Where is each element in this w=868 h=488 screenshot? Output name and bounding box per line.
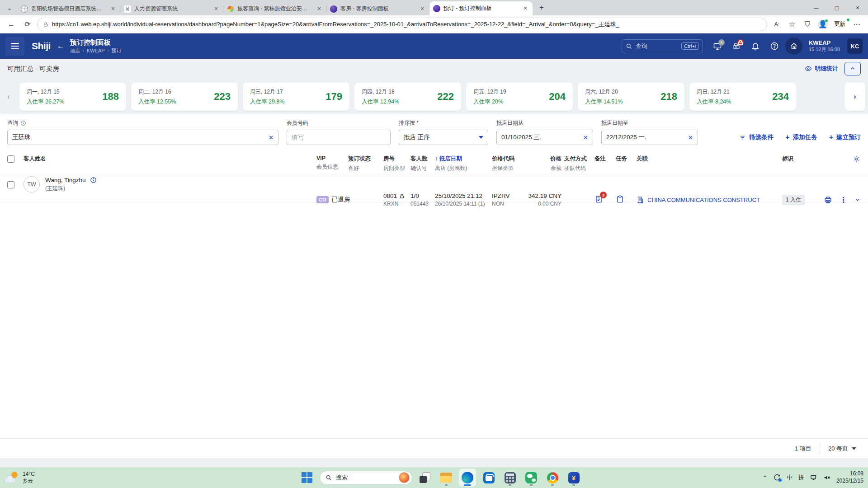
availability-card[interactable]: 周五, 12月 19入住率 20% 204	[466, 83, 573, 111]
company-link[interactable]: CHINA COMMUNICATIONS CONSTRUCT	[637, 196, 782, 204]
column-arrival-sort[interactable]: ↑ 抵店日期离店 (房晚数)	[435, 155, 492, 172]
notes-icon[interactable]: 3	[594, 195, 603, 203]
maximize-button[interactable]: ▢	[826, 0, 847, 15]
ime-language-indicator[interactable]: 中	[787, 474, 793, 482]
clear-arrival-from-icon[interactable]: ✕	[580, 134, 588, 141]
carousel-next-icon[interactable]: ›	[844, 83, 865, 111]
column-tags: 标识	[782, 155, 814, 172]
sync-icon[interactable]	[774, 474, 781, 481]
task-view-button[interactable]	[416, 469, 434, 487]
carousel-prev-icon[interactable]: ‹	[3, 93, 14, 101]
cashier-icon[interactable]	[728, 38, 745, 54]
breadcrumb-property[interactable]: KWEAP	[87, 48, 105, 54]
home-icon[interactable]	[785, 38, 802, 55]
plus-icon: +	[785, 134, 789, 141]
folder-icon	[440, 473, 452, 483]
task-clipboard-icon[interactable]	[616, 195, 624, 203]
taskbar-clock[interactable]: 16:09 2025/12/15	[836, 470, 863, 484]
tab-close-icon[interactable]: ✕	[522, 5, 529, 12]
property-switcher[interactable]: KWEAP 15 12月 16:08	[809, 39, 840, 53]
user-avatar[interactable]: KC	[847, 38, 863, 54]
arrival-to-input[interactable]: 22/12/2025 一. ✕	[601, 130, 698, 145]
sort-asc-icon: ↑	[435, 155, 438, 162]
row-expand-chevron-icon[interactable]	[854, 197, 861, 203]
favorite-star-icon[interactable]: ☆	[785, 18, 799, 31]
new-tab-button[interactable]: +	[535, 1, 548, 14]
confirmation-number: 051443	[410, 201, 435, 207]
guest-info-icon[interactable]	[90, 177, 97, 183]
availability-card[interactable]: 周二, 12月 16入住率 12.55% 223	[131, 83, 238, 111]
filter-conditions-button[interactable]: 筛选条件	[739, 133, 774, 141]
browser-tab-3[interactable]: 旅客查询 - 紫楠旅馆业治安信息管 ✕	[223, 2, 326, 15]
volume-icon[interactable]	[823, 474, 830, 481]
shiji-logo[interactable]: Shiji	[32, 41, 51, 52]
guarantee-type: NON	[492, 201, 522, 207]
arrival-from-filter: 抵店日期从 01/10/2025 三. ✕	[496, 119, 593, 145]
address-bar[interactable]: https://cn1.web.ep.shiji.world/individua…	[37, 18, 767, 31]
workstation-icon[interactable]: ✕	[709, 38, 726, 54]
breadcrumb-page[interactable]: 预订	[112, 48, 122, 54]
back-icon[interactable]: ←	[5, 18, 18, 31]
row-checkbox[interactable]	[7, 181, 14, 188]
network-icon[interactable]	[810, 474, 817, 481]
tab-close-icon[interactable]: ✕	[109, 5, 117, 13]
chrome-button[interactable]	[544, 469, 561, 487]
availability-card[interactable]: 周一, 12月 15入住率 26.27% 188	[19, 83, 126, 111]
taskbar-search[interactable]: 搜索	[320, 471, 412, 485]
ime-pinyin-indicator[interactable]: 拼	[798, 474, 804, 482]
read-aloud-icon[interactable]: A⁾	[770, 18, 783, 31]
add-task-button[interactable]: + 添加任务	[785, 133, 817, 141]
tab-close-icon[interactable]: ✕	[419, 5, 426, 13]
reservation-row[interactable]: TW Wang, Tingzhu (王廷珠) CO	[0, 176, 868, 202]
clear-arrival-to-icon[interactable]: ✕	[684, 134, 693, 141]
select-all-checkbox[interactable]	[7, 155, 14, 163]
sort-select[interactable]: 抵店 正序	[399, 130, 488, 145]
file-explorer-button[interactable]	[438, 469, 455, 487]
create-reservation-button[interactable]: + 建立预订	[829, 133, 861, 141]
store-button[interactable]	[480, 469, 497, 487]
profile-avatar[interactable]: 👤	[816, 18, 830, 31]
favorites-bar-icon[interactable]: ⛉	[801, 18, 814, 31]
https-lock-icon[interactable]	[43, 22, 48, 27]
collapse-availability-button[interactable]	[844, 62, 861, 75]
tab-close-icon[interactable]: ✕	[212, 5, 220, 13]
calculator-button[interactable]	[501, 469, 519, 487]
clear-query-icon[interactable]: ✕	[265, 134, 274, 141]
help-icon[interactable]	[766, 38, 783, 54]
browser-tab-2[interactable]: 人力资源管理系统 ✕	[120, 2, 223, 15]
availability-card[interactable]: 周四, 12月 18入住率 12.94% 222	[354, 83, 461, 111]
main-menu-icon[interactable]	[5, 37, 24, 56]
back-arrow-icon[interactable]: ←	[57, 42, 65, 51]
availability-card[interactable]: 周三, 12月 17入住率 29.8% 179	[243, 83, 349, 111]
arrival-from-input[interactable]: 01/10/2025 三. ✕	[496, 130, 593, 145]
browser-tab-1[interactable]: 贵阳机场智选假日酒店系统网址导 ✕	[17, 2, 120, 15]
availability-card[interactable]: 周日, 12月 21入住率 8.24% 234	[689, 83, 796, 111]
per-page-select[interactable]: 20 每页	[828, 445, 856, 453]
refresh-icon[interactable]: ⟳	[21, 18, 34, 31]
availability-card[interactable]: 周六, 12月 20入住率 14.51% 218	[578, 83, 684, 111]
weather-widget[interactable]: 14°C 多云	[5, 471, 35, 484]
detail-stats-link[interactable]: 明细统计	[805, 65, 838, 73]
query-input[interactable]	[12, 134, 265, 141]
start-button[interactable]	[298, 469, 316, 487]
browser-tab-4[interactable]: 客房 - 客房控制面板 ✕	[326, 2, 429, 15]
hidden-icons-chevron-icon[interactable]: ⌃	[763, 474, 768, 481]
notifications-bell-icon[interactable]	[747, 38, 764, 54]
member-number-input[interactable]	[292, 134, 386, 141]
minimize-button[interactable]: —	[806, 0, 826, 15]
row-menu-kebab-icon[interactable]: ⋮	[840, 196, 847, 204]
browser-update-button[interactable]: 更新	[831, 20, 848, 28]
browser-tab-active[interactable]: 预订 - 预订控制面板 ✕	[429, 1, 533, 15]
print-registration-icon[interactable]	[824, 196, 832, 204]
breadcrumb-hotel[interactable]: 酒店	[70, 48, 80, 54]
browser-menu-icon[interactable]: ⋯	[850, 18, 863, 31]
wechat-button[interactable]	[523, 469, 540, 487]
finance-app-button[interactable]: ¥	[565, 469, 582, 487]
tab-close-icon[interactable]: ✕	[316, 5, 323, 13]
global-search-input[interactable]: 查询 Ctrl+/	[622, 39, 703, 53]
url-text: https://cn1.web.ep.shiji.world/individua…	[52, 20, 619, 28]
close-window-button[interactable]: ✕	[847, 0, 868, 15]
edge-button[interactable]	[459, 469, 476, 487]
tab-search-icon[interactable]: ⌄	[4, 2, 15, 14]
table-settings-gear-icon[interactable]	[853, 155, 861, 163]
